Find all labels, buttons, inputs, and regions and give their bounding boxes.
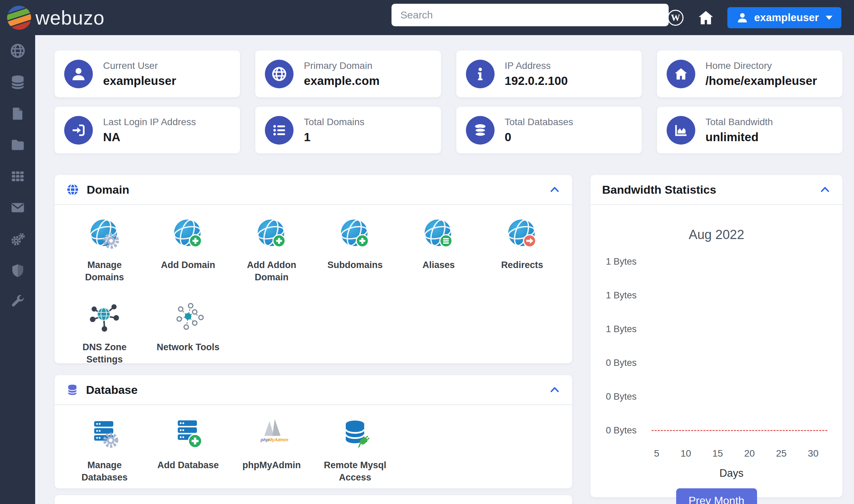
sidebar <box>0 35 35 504</box>
topbar: webuzo W exampleuser <box>0 0 854 35</box>
shield-icon <box>10 263 26 278</box>
tile-network-tools[interactable]: Network Tools <box>146 299 230 366</box>
globe-list-icon <box>420 217 457 253</box>
x-tick: 20 <box>744 448 755 459</box>
tile-aliases[interactable]: Aliases <box>397 217 481 284</box>
tile-label: Add Addon Domain <box>239 259 304 284</box>
globe-icon <box>265 60 294 88</box>
stat-label: Total Bandwidth <box>706 117 773 128</box>
search-input[interactable] <box>392 4 669 26</box>
chart-plot-area: 1 Bytes 1 Bytes 1 Bytes 0 Bytes 0 Bytes … <box>590 245 842 447</box>
x-axis-label: Days <box>641 467 822 479</box>
chevron-up-icon <box>549 184 560 195</box>
y-tick-label: 0 Bytes <box>606 358 646 368</box>
info-icon <box>466 60 495 88</box>
stat-value: 1 <box>304 130 364 144</box>
stat-label: Total Domains <box>304 117 364 128</box>
stat-value: unlimited <box>706 130 773 144</box>
stat-card-total-domains: Total Domains 1 <box>255 107 441 153</box>
panel-title: Database <box>86 383 138 397</box>
stat-value: /home/exampleuser <box>706 74 817 88</box>
brand-name: webuzo <box>35 6 104 29</box>
stat-card-last-login-ip: Last Login IP Address NA <box>55 107 240 153</box>
y-tick-label: 0 Bytes <box>606 391 646 402</box>
tile-remote-mysql-access[interactable]: Remote Mysql Access <box>313 417 397 484</box>
domain-panel: Domain Manage Domains <box>55 175 572 363</box>
tile-label: phpMyAdmin <box>242 459 301 471</box>
chart-title: Aug 2022 <box>590 227 842 242</box>
stat-card-total-databases: Total Databases 0 <box>456 107 642 153</box>
collapse-domain-button[interactable] <box>549 184 560 195</box>
tile-label: Manage Domains <box>72 259 137 284</box>
tile-manage-domains[interactable]: Manage Domains <box>63 217 146 284</box>
sidebar-item-folders[interactable] <box>0 129 35 161</box>
stat-label: Total Databases <box>505 117 573 128</box>
x-tick: 15 <box>712 448 723 459</box>
user-icon <box>736 12 749 24</box>
stat-value: 0 <box>505 130 573 144</box>
sidebar-item-security[interactable] <box>0 255 35 286</box>
tile-add-domain[interactable]: Add Domain <box>146 217 230 284</box>
user-menu-label: exampleuser <box>754 12 819 24</box>
tile-subdomains[interactable]: Subdomains <box>313 217 397 284</box>
y-tick-label: 1 Bytes <box>606 290 646 301</box>
stat-value: example.com <box>304 74 380 88</box>
next-panel-partial <box>55 495 572 504</box>
stat-label: Current User <box>103 60 176 71</box>
stat-value: NA <box>103 130 196 144</box>
x-axis-ticks: 5 10 15 20 25 30 <box>641 448 822 459</box>
tile-label: Add Database <box>157 459 219 471</box>
database-icon <box>66 384 79 396</box>
tile-label: Network Tools <box>157 341 219 353</box>
globe-icon <box>10 43 26 59</box>
mail-icon <box>10 200 26 216</box>
sign-in-icon <box>64 116 93 145</box>
stat-label: Home Directory <box>706 60 817 71</box>
apps-grid-icon <box>10 168 26 184</box>
home-button[interactable] <box>697 9 715 27</box>
sidebar-item-settings[interactable] <box>0 223 35 255</box>
sidebar-item-email[interactable] <box>0 192 35 223</box>
tile-label: Manage Databases <box>72 459 137 484</box>
tile-phpmyadmin[interactable]: php MyAdmin phpMyAdmin <box>230 417 313 484</box>
wrench-icon <box>10 294 26 310</box>
tile-dns-zone-settings[interactable]: DNS Zone Settings <box>63 299 146 366</box>
prev-month-button[interactable]: Prev Month <box>676 488 757 504</box>
sidebar-item-domain[interactable] <box>0 35 35 66</box>
bandwidth-panel: Bandwidth Statistics Aug 2022 1 Bytes 1 … <box>590 175 842 497</box>
sidebar-item-files[interactable] <box>0 98 35 129</box>
globe-plus-icon <box>170 217 207 253</box>
y-tick-label: 1 Bytes <box>606 324 646 335</box>
tile-add-database[interactable]: Add Database <box>146 417 230 484</box>
domain-panel-header: Domain <box>55 175 572 205</box>
stat-value: 192.0.2.100 <box>505 74 568 88</box>
webuzo-logo[interactable]: webuzo <box>0 4 104 31</box>
tile-label: Subdomains <box>327 259 383 271</box>
server-gear-icon <box>86 417 123 454</box>
collapse-database-button[interactable] <box>549 384 560 396</box>
database-panel: Database <box>55 375 572 488</box>
user-menu-button[interactable]: exampleuser <box>727 7 841 28</box>
x-tick: 25 <box>776 448 787 459</box>
stat-cards: Current User exampleuser Primary Domain … <box>55 50 842 153</box>
globe-icon <box>66 183 79 196</box>
tile-label: DNS Zone Settings <box>72 341 137 366</box>
database-icon <box>466 116 495 145</box>
stat-label: Last Login IP Address <box>103 117 196 128</box>
stat-label: Primary Domain <box>304 60 380 71</box>
sidebar-item-database[interactable] <box>0 66 35 98</box>
collapse-bandwidth-button[interactable] <box>819 184 831 195</box>
tile-label: Remote Mysql Access <box>323 459 387 484</box>
x-tick: 5 <box>654 448 659 459</box>
tile-redirects[interactable]: Redirects <box>480 217 564 284</box>
zero-bandwidth-line <box>652 430 827 431</box>
sidebar-item-apps[interactable] <box>0 161 35 192</box>
wordpress-button[interactable]: W <box>667 9 684 27</box>
globe-arrow-icon <box>504 217 541 253</box>
tile-manage-databases[interactable]: Manage Databases <box>63 417 146 484</box>
home-icon <box>697 9 715 27</box>
area-chart-icon <box>667 116 695 145</box>
tile-add-addon-domain[interactable]: Add Addon Domain <box>230 217 313 284</box>
sidebar-item-tools[interactable] <box>0 286 35 317</box>
home-icon <box>667 60 695 88</box>
